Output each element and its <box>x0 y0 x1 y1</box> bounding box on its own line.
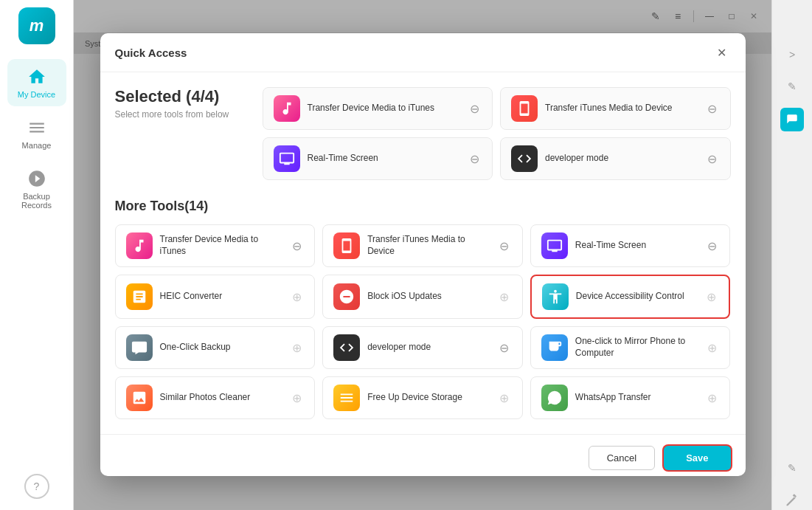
tool-block-name: Block iOS Updates <box>367 291 490 303</box>
tool-screen-icon <box>541 232 568 259</box>
remove-transfer-itunes-button[interactable]: ⊖ <box>705 101 720 116</box>
tool-realtime-name: Real-Time Screen <box>575 240 698 252</box>
tool-backup-icon <box>126 334 153 361</box>
sidebar-item-backup[interactable]: Backup Records <box>7 161 66 217</box>
right-panel: > ✎ ✎ <box>771 0 812 510</box>
tool-transfer-device[interactable]: Transfer Device Media to iTunes ⊖ <box>115 224 316 267</box>
remove-tool-button[interactable]: ⊖ <box>704 238 719 253</box>
tool-transfer-itunes-name: Transfer iTunes Media to Device <box>367 234 490 257</box>
sidebar-my-device-label: My Device <box>18 90 55 99</box>
my-device-icon <box>27 66 47 87</box>
add-tool-button[interactable]: ⊕ <box>497 390 512 405</box>
dev-mode-icon <box>511 145 538 172</box>
transfer-itunes-name: Transfer iTunes Media to Device <box>545 103 698 114</box>
tool-block-ios[interactable]: Block iOS Updates ⊕ <box>322 275 523 319</box>
right-broom-button[interactable] <box>782 489 802 510</box>
selected-count: Selected (4/4) <box>115 87 248 106</box>
sidebar-nav: My Device Manage Backup Records <box>0 59 73 217</box>
selected-subtitle: Select more tools from below <box>115 109 248 120</box>
remove-tool-button[interactable]: ⊖ <box>497 340 512 355</box>
modal-footer: Cancel Save <box>100 434 746 476</box>
save-button[interactable]: Save <box>664 446 730 470</box>
add-tool-button[interactable]: ⊕ <box>289 289 304 304</box>
tool-photos-name: Similar Photos Cleaner <box>160 392 282 404</box>
right-edit-button[interactable]: ✎ <box>782 76 802 97</box>
tool-block-icon <box>333 283 360 310</box>
add-tool-button[interactable]: ⊕ <box>289 340 304 355</box>
tool-transfer-device-name: Transfer Device Media to iTunes <box>160 234 282 257</box>
sidebar: m My Device Manage Backup Records <box>0 0 74 510</box>
add-tool-button[interactable]: ⊕ <box>704 390 719 405</box>
right-teal-button[interactable] <box>780 108 804 131</box>
tool-dev-name: developer mode <box>367 342 490 354</box>
tool-heic-icon <box>126 283 153 310</box>
quick-access-modal: Quick Access ✕ Selected (4/4) Select mor… <box>100 33 746 476</box>
selected-info: Selected (4/4) Select more tools from be… <box>115 87 248 180</box>
tool-accessibility-name: Device Accessibility Control <box>576 291 697 303</box>
remove-dev-button[interactable]: ⊖ <box>705 151 720 166</box>
sidebar-manage-label: Manage <box>22 141 52 150</box>
tool-whatsapp-name: WhatsApp Transfer <box>575 392 698 404</box>
sidebar-backup-label: Backup Records <box>11 192 63 210</box>
sidebar-item-my-device[interactable]: My Device <box>7 59 66 106</box>
tool-realtime-screen[interactable]: Real-Time Screen ⊖ <box>530 224 731 267</box>
modal-title: Quick Access <box>115 46 187 59</box>
remove-tool-button[interactable]: ⊖ <box>289 238 304 253</box>
selected-tool-item: Real-Time Screen ⊖ <box>263 137 493 180</box>
tools-grid: Transfer Device Media to iTunes ⊖ Transf… <box>115 224 731 419</box>
tool-mirror-icon <box>541 334 568 361</box>
tool-storage[interactable]: Free Up Device Storage ⊕ <box>322 376 523 419</box>
add-tool-button[interactable]: ⊕ <box>497 289 512 304</box>
main-content: ✎ ≡ — □ ✕ Quick Access ✕ <box>74 0 771 510</box>
modal-overlay: Quick Access ✕ Selected (4/4) Select mor… <box>74 0 771 510</box>
right-arrow-button[interactable]: > <box>782 44 802 65</box>
tool-accessibility-icon <box>542 283 569 310</box>
right-edit2-button[interactable]: ✎ <box>782 458 802 478</box>
app-window: m My Device Manage Backup Records <box>0 0 812 510</box>
tool-whatsapp[interactable]: WhatsApp Transfer ⊕ <box>530 376 731 419</box>
tool-photos-icon <box>126 385 153 411</box>
selected-section: Selected (4/4) Select more tools from be… <box>115 87 731 180</box>
tool-dev-mode[interactable]: developer mode ⊖ <box>322 326 523 369</box>
modal-body: Selected (4/4) Select more tools from be… <box>100 72 746 434</box>
tool-photos[interactable]: Similar Photos Cleaner ⊕ <box>115 376 316 419</box>
tool-heic[interactable]: HEIC Converter ⊕ <box>115 275 316 319</box>
add-tool-button[interactable]: ⊕ <box>704 340 719 355</box>
modal-close-button[interactable]: ✕ <box>713 44 731 61</box>
selected-tool-item: Transfer Device Media to iTunes ⊖ <box>263 87 493 130</box>
selected-tool-item: developer mode ⊖ <box>500 137 731 180</box>
sidebar-bottom: ? <box>24 474 49 510</box>
tool-backup-name: One-Click Backup <box>160 342 282 354</box>
tool-device-icon <box>333 232 360 259</box>
logo-letter: m <box>30 16 44 35</box>
realtime-screen-name: Real-Time Screen <box>308 153 460 165</box>
tool-music-icon <box>126 232 153 259</box>
app-logo: m <box>18 7 55 44</box>
tool-storage-icon <box>333 385 360 411</box>
selected-tools-grid: Transfer Device Media to iTunes ⊖ Transf… <box>263 87 731 180</box>
remove-realtime-button[interactable]: ⊖ <box>467 151 482 166</box>
manage-icon <box>27 117 47 138</box>
tool-dev-icon <box>333 334 360 361</box>
tool-transfer-itunes[interactable]: Transfer iTunes Media to Device ⊖ <box>322 224 523 267</box>
add-tool-button[interactable]: ⊕ <box>704 289 718 304</box>
cancel-button[interactable]: Cancel <box>589 446 655 470</box>
tool-backup[interactable]: One-Click Backup ⊕ <box>115 326 316 369</box>
modal-header: Quick Access ✕ <box>100 33 746 72</box>
sidebar-item-manage[interactable]: Manage <box>7 110 66 157</box>
more-tools-title: More Tools(14) <box>115 199 731 214</box>
tool-whatsapp-icon <box>541 385 568 411</box>
selected-tool-item: Transfer iTunes Media to Device ⊖ <box>500 87 731 130</box>
add-tool-button[interactable]: ⊕ <box>289 390 304 405</box>
transfer-device-icon <box>274 95 300 122</box>
remove-transfer-device-button[interactable]: ⊖ <box>467 101 482 116</box>
backup-icon <box>27 168 47 189</box>
tool-heic-name: HEIC Converter <box>160 291 282 303</box>
realtime-screen-icon <box>274 145 300 172</box>
help-button[interactable]: ? <box>24 474 49 499</box>
dev-mode-name: developer mode <box>545 153 698 165</box>
tool-mirror[interactable]: One-click to Mirror Phone to Computer ⊕ <box>530 326 731 369</box>
transfer-device-name: Transfer Device Media to iTunes <box>308 103 460 114</box>
remove-tool-button[interactable]: ⊖ <box>497 238 512 253</box>
tool-accessibility[interactable]: Device Accessibility Control ⊕ <box>530 275 731 319</box>
